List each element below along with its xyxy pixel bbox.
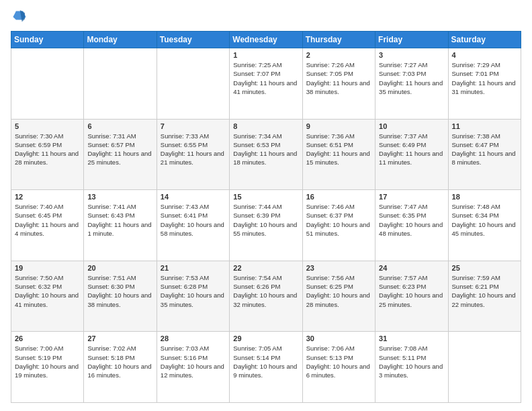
day-info: Sunrise: 7:51 AM Sunset: 6:30 PM Dayligh… (87, 273, 152, 309)
day-number: 27 (87, 334, 152, 342)
weekday-header-row: SundayMondayTuesdayWednesdayThursdayFrid… (11, 32, 521, 48)
day-number: 8 (233, 122, 298, 130)
day-info: Sunrise: 7:31 AM Sunset: 6:57 PM Dayligh… (87, 132, 152, 167)
calendar-cell: 11Sunrise: 7:38 AM Sunset: 6:47 PM Dayli… (448, 119, 521, 190)
day-number: 30 (306, 334, 371, 342)
day-info: Sunrise: 7:44 AM Sunset: 6:39 PM Dayligh… (233, 202, 298, 238)
calendar-cell: 10Sunrise: 7:37 AM Sunset: 6:49 PM Dayli… (375, 119, 448, 190)
day-number: 22 (233, 264, 298, 272)
calendar-cell (11, 48, 84, 120)
day-number: 6 (87, 122, 152, 130)
day-number: 2 (306, 51, 371, 59)
calendar-cell: 30Sunrise: 7:06 AM Sunset: 5:13 PM Dayli… (302, 332, 375, 403)
day-number: 16 (306, 193, 371, 201)
calendar-cell: 3Sunrise: 7:27 AM Sunset: 7:03 PM Daylig… (375, 48, 448, 120)
day-info: Sunrise: 7:33 AM Sunset: 6:55 PM Dayligh… (161, 132, 226, 167)
calendar-cell: 27Sunrise: 7:02 AM Sunset: 5:18 PM Dayli… (84, 332, 157, 403)
calendar-cell: 28Sunrise: 7:03 AM Sunset: 5:16 PM Dayli… (157, 332, 229, 403)
calendar-cell: 8Sunrise: 7:34 AM Sunset: 6:53 PM Daylig… (230, 119, 302, 190)
day-number: 4 (452, 51, 517, 59)
calendar-cell: 17Sunrise: 7:47 AM Sunset: 6:35 PM Dayli… (375, 190, 448, 261)
calendar-cell: 5Sunrise: 7:30 AM Sunset: 6:59 PM Daylig… (11, 119, 84, 190)
day-info: Sunrise: 7:03 AM Sunset: 5:16 PM Dayligh… (161, 344, 226, 379)
day-info: Sunrise: 7:26 AM Sunset: 7:05 PM Dayligh… (306, 60, 371, 96)
calendar-cell: 6Sunrise: 7:31 AM Sunset: 6:57 PM Daylig… (84, 119, 157, 190)
weekday-header: Tuesday (157, 32, 229, 48)
day-info: Sunrise: 7:25 AM Sunset: 7:07 PM Dayligh… (233, 60, 298, 96)
calendar-week-row: 5Sunrise: 7:30 AM Sunset: 6:59 PM Daylig… (11, 119, 521, 190)
day-info: Sunrise: 7:29 AM Sunset: 7:01 PM Dayligh… (452, 60, 517, 96)
calendar: SundayMondayTuesdayWednesdayThursdayFrid… (11, 31, 521, 403)
day-number: 17 (379, 193, 444, 201)
day-number: 20 (87, 264, 152, 272)
day-number: 7 (161, 122, 226, 130)
day-info: Sunrise: 7:54 AM Sunset: 6:26 PM Dayligh… (233, 273, 298, 309)
logo-icon (12, 8, 27, 23)
calendar-cell: 19Sunrise: 7:50 AM Sunset: 6:32 PM Dayli… (11, 261, 84, 332)
day-info: Sunrise: 7:36 AM Sunset: 6:51 PM Dayligh… (306, 132, 371, 167)
day-number: 9 (306, 122, 371, 130)
day-info: Sunrise: 7:48 AM Sunset: 6:34 PM Dayligh… (452, 202, 517, 238)
calendar-cell (157, 48, 229, 120)
calendar-cell: 7Sunrise: 7:33 AM Sunset: 6:55 PM Daylig… (157, 119, 229, 190)
weekday-header: Wednesday (230, 32, 302, 48)
calendar-cell: 13Sunrise: 7:41 AM Sunset: 6:43 PM Dayli… (84, 190, 157, 261)
calendar-cell: 4Sunrise: 7:29 AM Sunset: 7:01 PM Daylig… (448, 48, 521, 120)
day-info: Sunrise: 7:57 AM Sunset: 6:23 PM Dayligh… (379, 273, 444, 309)
calendar-cell: 18Sunrise: 7:48 AM Sunset: 6:34 PM Dayli… (448, 190, 521, 261)
calendar-cell: 12Sunrise: 7:40 AM Sunset: 6:45 PM Dayli… (11, 190, 84, 261)
day-number: 26 (15, 334, 80, 342)
day-number: 29 (233, 334, 298, 342)
day-info: Sunrise: 7:00 AM Sunset: 5:19 PM Dayligh… (15, 344, 80, 379)
calendar-cell: 24Sunrise: 7:57 AM Sunset: 6:23 PM Dayli… (375, 261, 448, 332)
calendar-cell: 20Sunrise: 7:51 AM Sunset: 6:30 PM Dayli… (84, 261, 157, 332)
day-number: 5 (15, 122, 80, 130)
logo (11, 8, 27, 26)
weekday-header: Sunday (11, 32, 84, 48)
calendar-cell: 31Sunrise: 7:08 AM Sunset: 5:11 PM Dayli… (375, 332, 448, 403)
calendar-cell: 25Sunrise: 7:59 AM Sunset: 6:21 PM Dayli… (448, 261, 521, 332)
calendar-cell (84, 48, 157, 120)
page: SundayMondayTuesdayWednesdayThursdayFrid… (0, 0, 532, 411)
calendar-cell: 16Sunrise: 7:46 AM Sunset: 6:37 PM Dayli… (302, 190, 375, 261)
calendar-cell: 23Sunrise: 7:56 AM Sunset: 6:25 PM Dayli… (302, 261, 375, 332)
day-number: 12 (15, 193, 80, 201)
weekday-header: Monday (84, 32, 157, 48)
calendar-cell: 9Sunrise: 7:36 AM Sunset: 6:51 PM Daylig… (302, 119, 375, 190)
day-number: 18 (452, 193, 517, 201)
day-number: 1 (233, 51, 298, 59)
calendar-cell: 22Sunrise: 7:54 AM Sunset: 6:26 PM Dayli… (230, 261, 302, 332)
day-info: Sunrise: 7:41 AM Sunset: 6:43 PM Dayligh… (87, 202, 152, 238)
day-info: Sunrise: 7:53 AM Sunset: 6:28 PM Dayligh… (161, 273, 226, 309)
day-number: 3 (379, 51, 444, 59)
calendar-cell (448, 332, 521, 403)
day-number: 11 (452, 122, 517, 130)
day-number: 24 (379, 264, 444, 272)
day-info: Sunrise: 7:34 AM Sunset: 6:53 PM Dayligh… (233, 132, 298, 167)
calendar-cell: 15Sunrise: 7:44 AM Sunset: 6:39 PM Dayli… (230, 190, 302, 261)
day-info: Sunrise: 7:47 AM Sunset: 6:35 PM Dayligh… (379, 202, 444, 238)
calendar-week-row: 26Sunrise: 7:00 AM Sunset: 5:19 PM Dayli… (11, 332, 521, 403)
day-info: Sunrise: 7:40 AM Sunset: 6:45 PM Dayligh… (15, 202, 80, 238)
day-info: Sunrise: 7:27 AM Sunset: 7:03 PM Dayligh… (379, 60, 444, 96)
day-info: Sunrise: 7:43 AM Sunset: 6:41 PM Dayligh… (161, 202, 226, 238)
calendar-cell: 21Sunrise: 7:53 AM Sunset: 6:28 PM Dayli… (157, 261, 229, 332)
day-info: Sunrise: 7:30 AM Sunset: 6:59 PM Dayligh… (15, 132, 80, 167)
day-number: 13 (87, 193, 152, 201)
calendar-cell: 2Sunrise: 7:26 AM Sunset: 7:05 PM Daylig… (302, 48, 375, 120)
day-info: Sunrise: 7:08 AM Sunset: 5:11 PM Dayligh… (379, 344, 444, 379)
weekday-header: Friday (375, 32, 448, 48)
weekday-header: Saturday (448, 32, 521, 48)
day-number: 28 (161, 334, 226, 342)
day-number: 21 (161, 264, 226, 272)
day-info: Sunrise: 7:37 AM Sunset: 6:49 PM Dayligh… (379, 132, 444, 167)
calendar-week-row: 12Sunrise: 7:40 AM Sunset: 6:45 PM Dayli… (11, 190, 521, 261)
day-info: Sunrise: 7:59 AM Sunset: 6:21 PM Dayligh… (452, 273, 517, 309)
day-number: 23 (306, 264, 371, 272)
day-info: Sunrise: 7:56 AM Sunset: 6:25 PM Dayligh… (306, 273, 371, 309)
day-number: 10 (379, 122, 444, 130)
day-info: Sunrise: 7:05 AM Sunset: 5:14 PM Dayligh… (233, 344, 298, 379)
day-number: 15 (233, 193, 298, 201)
calendar-week-row: 19Sunrise: 7:50 AM Sunset: 6:32 PM Dayli… (11, 261, 521, 332)
day-number: 31 (379, 334, 444, 342)
